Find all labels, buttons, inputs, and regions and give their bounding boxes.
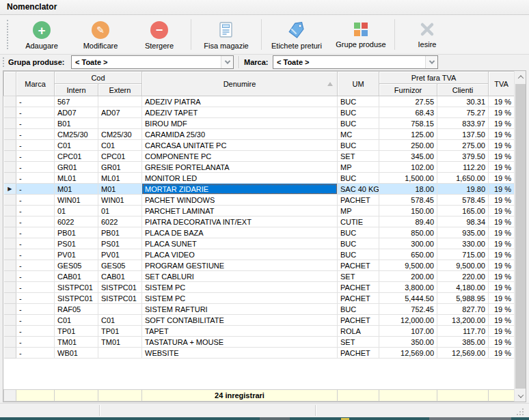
cell-pret-furnizor[interactable]: 12,569.00 bbox=[379, 348, 437, 359]
cell-cod-intern[interactable]: GR01 bbox=[55, 162, 98, 173]
cell-cod-extern[interactable] bbox=[98, 118, 142, 129]
cell-um[interactable]: SET bbox=[338, 151, 379, 162]
cell-cod-intern[interactable]: RAF05 bbox=[55, 304, 98, 315]
cell-um[interactable]: ROLA bbox=[338, 326, 379, 337]
cell-cod-intern[interactable]: ML01 bbox=[55, 173, 98, 184]
cell-tva[interactable]: 19 % bbox=[489, 107, 515, 118]
cell-pret-furnizor[interactable]: 1,500.00 bbox=[379, 173, 437, 184]
table-row[interactable]: - ML01 ML01 MONITOR LED BUC 1,500.00 1,6… bbox=[4, 173, 515, 184]
brand-filter-combobox[interactable]: < Toate > bbox=[273, 55, 438, 69]
cell-cod-extern[interactable]: CAB01 bbox=[98, 271, 142, 282]
cell-denumire[interactable]: PLACA DE BAZA bbox=[142, 227, 338, 238]
cell-pret-furnizor[interactable]: 758.15 bbox=[379, 118, 437, 129]
cell-marca[interactable]: - bbox=[16, 282, 55, 293]
cell-tva[interactable]: 19 % bbox=[489, 162, 515, 173]
table-row[interactable]: - TP01 TP01 TAPET ROLA 107.00 117.70 19 … bbox=[4, 326, 515, 337]
cell-cod-intern[interactable]: M01 bbox=[55, 184, 98, 195]
table-row[interactable]: - 567 ADEZIV PIATRA BUC 27.55 30.31 19 % bbox=[4, 96, 515, 107]
cell-marca[interactable]: - bbox=[16, 96, 55, 107]
cell-cod-intern[interactable]: 6022 bbox=[55, 216, 98, 227]
cell-cod-extern[interactable]: SISTPC01 bbox=[98, 282, 142, 293]
table-row[interactable]: ▶ - M01 M01 MORTAR ZIDARIE SAC 40 KG 18.… bbox=[4, 184, 515, 195]
table-row[interactable]: - WIN01 WIN01 PACHET WINDOWS PACHET 578.… bbox=[4, 195, 515, 206]
stock-sheet-button[interactable]: Fisa magazie bbox=[193, 15, 259, 54]
cell-marca[interactable]: - bbox=[16, 151, 55, 162]
cell-cod-extern[interactable]: PB01 bbox=[98, 227, 142, 238]
toolbar-gripper[interactable] bbox=[7, 20, 9, 49]
cell-pret-clienti[interactable]: 30.31 bbox=[437, 96, 489, 107]
cell-denumire[interactable]: SISTEM PC bbox=[142, 293, 338, 304]
cell-pret-furnizor[interactable]: 650.00 bbox=[379, 249, 437, 260]
scrollbar-thumb[interactable] bbox=[515, 84, 526, 389]
column-header-marca[interactable]: Marca bbox=[16, 72, 55, 96]
cell-tva[interactable]: 19 % bbox=[489, 206, 515, 216]
cell-pret-furnizor[interactable]: 89.40 bbox=[379, 216, 437, 227]
table-row[interactable]: - GR01 GR01 GRESIE PORTELANATA MP 102.00… bbox=[4, 162, 515, 173]
cell-pret-furnizor[interactable]: 850.00 bbox=[379, 227, 437, 238]
cell-marca[interactable]: - bbox=[16, 293, 55, 304]
cell-marca[interactable]: - bbox=[16, 249, 55, 260]
cell-pret-clienti[interactable]: 827.70 bbox=[437, 304, 489, 315]
cell-um[interactable]: CUTIE bbox=[338, 216, 379, 227]
cell-cod-extern[interactable]: PS01 bbox=[98, 238, 142, 249]
cell-tva[interactable]: 19 % bbox=[489, 227, 515, 238]
cell-denumire[interactable]: PACHET WINDOWS bbox=[142, 195, 338, 206]
cell-tva[interactable]: 19 % bbox=[489, 337, 515, 348]
cell-pret-furnizor[interactable]: 5,444.50 bbox=[379, 293, 437, 304]
cell-pret-clienti[interactable]: 275.00 bbox=[437, 140, 489, 151]
cell-pret-furnizor[interactable]: 9,500.00 bbox=[379, 260, 437, 271]
table-row[interactable]: - GES05 GES05 PROGRAM GESTIUNE PACHET 9,… bbox=[4, 260, 515, 271]
cell-pret-clienti[interactable]: 5,988.95 bbox=[437, 293, 489, 304]
cell-um[interactable]: BUC bbox=[338, 118, 379, 129]
cell-um[interactable]: BUC bbox=[338, 304, 379, 315]
cell-marca[interactable]: - bbox=[16, 326, 55, 337]
cell-cod-intern[interactable]: C01 bbox=[55, 140, 98, 151]
cell-cod-extern[interactable]: TM01 bbox=[98, 337, 142, 348]
delete-button[interactable]: − Stergere bbox=[130, 15, 189, 54]
cell-cod-extern[interactable]: TP01 bbox=[98, 326, 142, 337]
cell-pret-clienti[interactable]: 165.00 bbox=[437, 206, 489, 216]
cell-tva[interactable]: 19 % bbox=[489, 282, 515, 293]
cell-denumire[interactable]: MORTAR ZIDARIE bbox=[142, 184, 338, 195]
cell-um[interactable]: BUC bbox=[338, 238, 379, 249]
cell-pret-furnizor[interactable]: 150.00 bbox=[379, 206, 437, 216]
cell-marca[interactable]: - bbox=[16, 206, 55, 216]
price-labels-button[interactable]: Etichete preturi bbox=[264, 15, 329, 54]
cell-um[interactable]: PACHET bbox=[338, 293, 379, 304]
column-header-intern[interactable]: Intern bbox=[55, 84, 98, 96]
cell-cod-intern[interactable]: TP01 bbox=[55, 326, 98, 337]
scroll-up-button[interactable] bbox=[515, 71, 526, 83]
cell-pret-furnizor[interactable]: 125.00 bbox=[379, 129, 437, 140]
cell-tva[interactable]: 19 % bbox=[489, 304, 515, 315]
cell-cod-extern[interactable]: AD07 bbox=[98, 107, 142, 118]
cell-denumire[interactable]: SISTEM PC bbox=[142, 282, 338, 293]
cell-cod-intern[interactable]: C01 bbox=[55, 315, 98, 326]
cell-tva[interactable]: 19 % bbox=[489, 238, 515, 249]
cell-denumire[interactable]: ADEZIV PIATRA bbox=[142, 96, 338, 107]
cell-cod-intern[interactable]: TM01 bbox=[55, 337, 98, 348]
cell-denumire[interactable]: PIATRA DECORATIVA INT/EXT bbox=[142, 216, 338, 227]
cell-pret-clienti[interactable]: 379.50 bbox=[437, 151, 489, 162]
cell-pret-clienti[interactable]: 19.80 bbox=[437, 184, 489, 195]
table-row[interactable]: - C01 C01 SOFT CONTABILITATE PACHET 12,0… bbox=[4, 315, 515, 326]
cell-marca[interactable]: - bbox=[16, 238, 55, 249]
cell-pret-furnizor[interactable]: 752.45 bbox=[379, 304, 437, 315]
column-header-clienti[interactable]: Clienti bbox=[437, 84, 489, 96]
cell-denumire[interactable]: SOFT CONTABILITATE bbox=[142, 315, 338, 326]
cell-cod-extern[interactable] bbox=[98, 348, 142, 359]
cell-marca[interactable]: - bbox=[16, 227, 55, 238]
cell-cod-extern[interactable] bbox=[98, 304, 142, 315]
brand-filter-dropdown-button[interactable] bbox=[425, 56, 437, 68]
cell-denumire[interactable]: CARCASA UNITATE PC bbox=[142, 140, 338, 151]
cell-denumire[interactable]: CARAMIDA 25/30 bbox=[142, 129, 338, 140]
cell-denumire[interactable]: GRESIE PORTELANATA bbox=[142, 162, 338, 173]
cell-cod-extern[interactable]: CPC01 bbox=[98, 151, 142, 162]
column-header-furnizor[interactable]: Furnizor bbox=[379, 84, 437, 96]
cell-marca[interactable]: - bbox=[16, 173, 55, 184]
table-row[interactable]: - 6022 6022 PIATRA DECORATIVA INT/EXT CU… bbox=[4, 216, 515, 227]
cell-um[interactable]: BUC bbox=[338, 249, 379, 260]
cell-tva[interactable]: 19 % bbox=[489, 184, 515, 195]
cell-marca[interactable]: - bbox=[16, 216, 55, 227]
cell-tva[interactable]: 19 % bbox=[489, 249, 515, 260]
cell-marca[interactable]: - bbox=[16, 348, 55, 359]
